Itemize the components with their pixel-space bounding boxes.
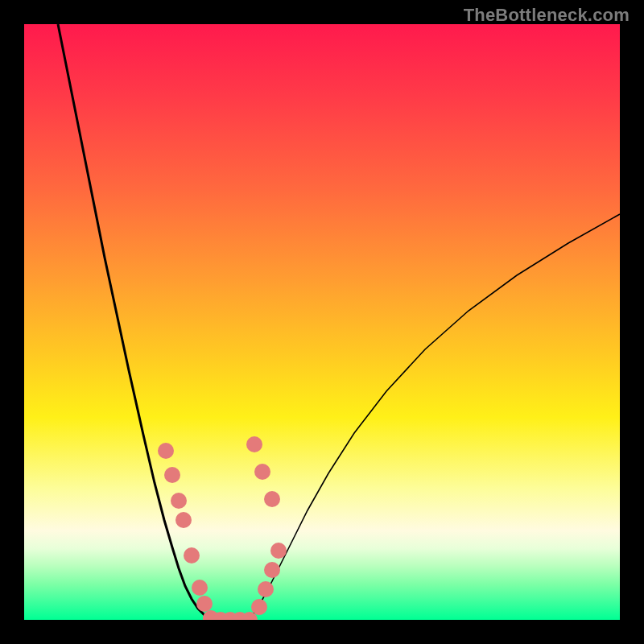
highlight-dot <box>164 467 180 483</box>
highlight-dot <box>264 491 280 507</box>
plot-area <box>24 24 620 620</box>
chart-frame: TheBottleneck.com <box>0 0 644 644</box>
highlight-dot <box>184 547 200 564</box>
highlight-dot <box>251 599 267 615</box>
highlight-dot <box>196 596 213 612</box>
highlight-dot <box>264 562 280 578</box>
highlight-dot <box>158 443 174 459</box>
highlight-dot <box>270 543 287 559</box>
attribution-text: TheBottleneck.com <box>464 5 630 26</box>
highlight-dot <box>258 581 274 597</box>
highlight-dot <box>254 464 270 480</box>
highlight-dot <box>246 436 262 452</box>
highlight-dot <box>175 512 192 528</box>
highlight-dots-layer <box>24 24 620 620</box>
highlight-dot <box>192 580 208 596</box>
highlight-dot <box>171 493 187 509</box>
